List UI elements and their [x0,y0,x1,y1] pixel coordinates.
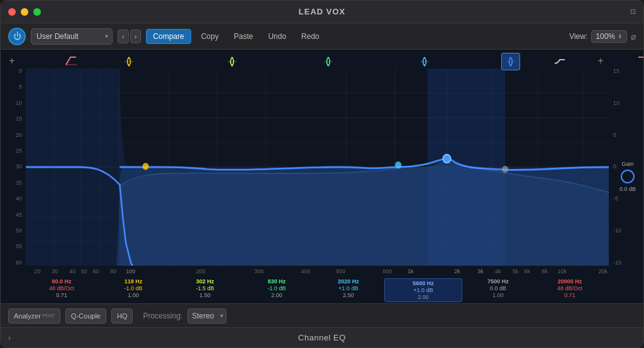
processing-value: Stereo [192,312,214,320]
link-icon[interactable]: ⌀ [631,31,636,41]
power-button[interactable]: ⏻ [8,28,26,45]
expand-icon[interactable]: ⊡ [630,8,636,16]
band-4-info[interactable]: 830 Hz -1.0 dB 2.00 [241,278,313,298]
footer: › Channel EQ [1,327,643,347]
eq-curve-svg [26,68,609,266]
view-control: View: 100% ⬍ ⌀ [569,30,636,43]
eq-area[interactable]: + + [1,50,643,303]
bottom-bar: Analyzer POST Q-Couple HQ Processing: St… [1,303,643,327]
band-4-handle[interactable] [321,55,335,68]
svg-point-30 [502,166,508,173]
band-6-info[interactable]: 5600 Hz +1.0 dB 2.00 [384,278,462,302]
band-8-info[interactable]: 20000 Hz 48 dB/Oct 0.71 [534,278,606,298]
back-button[interactable]: ‹ [118,30,129,43]
main-window: LEAD VOX ⊡ ⏻ User Default ▾ ‹ › Compare … [0,0,644,348]
compare-button[interactable]: Compare [146,29,191,44]
minimize-button[interactable] [21,8,28,16]
band-6-handle[interactable] [501,53,520,70]
footer-title: Channel EQ [298,333,346,342]
title-right: ⊡ [630,8,636,16]
processing-dropdown-arrow: ▾ [220,312,223,319]
preset-dropdown[interactable]: User Default ▾ [31,28,113,45]
band-8-handle[interactable] [636,55,643,68]
forward-button[interactable]: › [130,30,142,43]
db-labels-left: 0 5 10 15 20 25 30 35 40 45 50 55 60 [1,68,25,266]
copy-button[interactable]: Copy [196,31,224,42]
analyzer-label: Analyzer [14,312,41,320]
footer-chevron-button[interactable]: › [8,334,11,342]
gain-value: 0.0 dB [619,186,636,192]
toolbar: ⏻ User Default ▾ ‹ › Compare Copy Paste … [1,23,643,50]
view-label: View: [569,32,587,41]
undo-button[interactable]: Undo [263,31,291,42]
band-2-handle[interactable] [122,55,136,68]
gain-control-right: Gain 0.0 dB [619,161,636,192]
view-stepper-icon: ⬍ [618,33,623,40]
view-value-control[interactable]: 100% ⬍ [591,30,627,43]
close-button[interactable] [8,8,16,16]
band-5-info[interactable]: 2020 Hz +1.0 dB 2.50 [313,278,384,298]
band-1-info[interactable]: 80.0 Hz 48 dB/Oct 0.71 [26,278,97,298]
add-band-right-button[interactable]: + [594,55,607,67]
processing-dropdown[interactable]: Stereo ▾ [187,308,226,324]
svg-point-28 [395,161,401,168]
band-7-info[interactable]: 7500 Hz 0.0 dB 1.00 [462,278,534,298]
band-3-info[interactable]: 302 Hz -1.5 dB 1.50 [169,278,241,298]
analyzer-button[interactable]: Analyzer POST [8,308,60,324]
paste-button[interactable]: Paste [229,31,258,42]
add-band-left-button[interactable]: + [6,55,18,67]
band-3-handle[interactable] [225,55,239,68]
maximize-button[interactable] [33,8,41,16]
gain-label: Gain [621,161,633,167]
gain-knob[interactable] [621,170,635,183]
svg-point-27 [142,163,148,170]
chevron-down-icon: ▾ [105,33,108,40]
svg-point-29 [443,155,450,163]
title-bar: LEAD VOX ⊡ [1,1,643,23]
band-info-row: 80.0 Hz 48 dB/Oct 0.71 119 Hz -1.0 dB 1.… [26,278,606,301]
analyzer-suffix: POST [43,313,55,318]
view-percentage: 100% [596,32,615,41]
traffic-lights [8,8,41,16]
preset-value: User Default [36,32,79,41]
nav-group: ‹ › [118,30,141,43]
redo-button[interactable]: Redo [296,31,325,42]
q-couple-button[interactable]: Q-Couple [65,308,106,324]
band-1-handle[interactable] [64,55,78,68]
band-7-handle[interactable] [553,55,567,68]
hq-button[interactable]: HQ [111,308,133,324]
band-2-info[interactable]: 119 Hz -1.0 dB 1.00 [97,278,169,298]
window-title: LEAD VOX [299,7,345,16]
processing-label: Processing: [143,312,182,320]
freq-labels: 20 30 40 50 60 80 100 200 300 400 500 80… [26,268,609,278]
band-5-handle[interactable] [418,55,431,68]
